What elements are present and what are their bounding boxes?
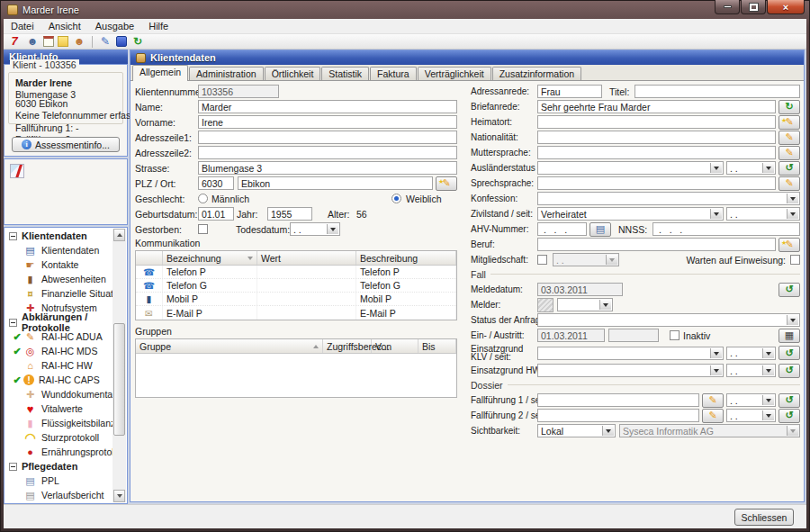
dropdown-arrow-icon[interactable] (787, 194, 798, 203)
tree-item-rai-hc-caps[interactable]: ✔ ! RAI-HC CAPS (5, 373, 112, 387)
mitgliedschaft-checkbox[interactable] (537, 255, 547, 265)
sign-pen-icon[interactable]: ✎ (98, 35, 112, 48)
maennlich-radio[interactable] (198, 194, 208, 203)
sprechsprache-edit-button[interactable]: ✎ (778, 176, 800, 191)
plz-field[interactable] (198, 176, 234, 190)
einsatzgrund-hw-dropdown[interactable] (537, 364, 724, 377)
tree-item-finanzielle-situation[interactable]: ¤ Finanzielle Situation (5, 286, 112, 301)
nnss-field[interactable] (652, 222, 800, 236)
melder-dropdown[interactable] (557, 298, 613, 311)
weiblich-radio[interactable] (392, 194, 401, 203)
fallfuehrung2-edit-button[interactable]: ✎ (702, 409, 724, 423)
organisation-button[interactable]: ▦ (778, 329, 800, 343)
einsatzgrund-hw-history-button[interactable]: ↺ (778, 364, 800, 378)
fallfuehrung1-edit-button[interactable]: ✎ (702, 393, 724, 408)
beschreibung-column-header[interactable]: Beschreibung (356, 251, 456, 265)
client-icon[interactable]: ☻ (25, 35, 40, 48)
inaktiv-checkbox[interactable] (670, 330, 680, 340)
status-anfrage-dropdown[interactable] (537, 313, 800, 327)
tab-allgemein[interactable]: Allgemein (132, 65, 188, 81)
menu-ansicht[interactable]: Ansicht (41, 19, 88, 33)
assessmentinfo-button[interactable]: i Assessmentinfo... (12, 137, 120, 152)
table-row[interactable]: ✉ E-Mail P E-Mail P (136, 306, 456, 320)
fallfuehrung1-field[interactable] (537, 393, 699, 407)
collapse-icon[interactable] (9, 463, 17, 471)
tree-item-kontakte[interactable]: ☛ Kontakte (5, 257, 112, 272)
note-icon[interactable] (58, 36, 68, 47)
ahv-lookup-button[interactable]: ▤ (590, 222, 611, 237)
tree-item-klientendaten[interactable]: ▤ Klientendaten (5, 243, 112, 257)
tree-item-ppl[interactable]: ▤ PPL (5, 473, 112, 488)
einsatzgrund-klv-history-button[interactable]: ↺ (778, 346, 800, 360)
zivilstand-dropdown[interactable]: Verheiratet (537, 207, 724, 221)
dropdown-arrow-icon[interactable] (787, 209, 798, 219)
auslaenderstatus-history-button[interactable]: ↺ (778, 161, 800, 176)
wert-column-header[interactable]: Wert (257, 251, 356, 265)
geburtsdatum-field[interactable] (198, 207, 234, 221)
icon-column-header[interactable] (136, 251, 163, 265)
meldedatum-history-button[interactable]: ↺ (778, 283, 800, 297)
tab-oertlichkeit[interactable]: Örtlichkeit (265, 67, 321, 80)
einsatzgrund-klv-dropdown[interactable] (537, 347, 724, 360)
adresszeile1-field[interactable] (198, 131, 457, 144)
dropdown-arrow-icon[interactable] (327, 224, 338, 234)
titel-field[interactable] (634, 85, 800, 98)
tab-zusatzinformation[interactable]: Zusatzinformation (492, 67, 581, 80)
muttersprache-edit-button[interactable]: ✎ (778, 146, 800, 160)
table-row[interactable]: ☎ Telefon P Telefon P (136, 266, 456, 279)
refresh-icon[interactable]: ↻ (130, 35, 145, 48)
dropdown-arrow-icon[interactable] (762, 410, 774, 420)
dropdown-arrow-icon[interactable] (710, 209, 722, 219)
close-window-button[interactable]: × (767, 0, 805, 14)
einsatzgrund-hw-seit-dropdown[interactable]: . . (726, 364, 776, 377)
titlebar[interactable]: Marder Irene × (0, 0, 810, 19)
auslaenderstatus-seit-dropdown[interactable]: . . (726, 161, 776, 175)
tree-item-sturzprotokoll[interactable]: ◠ Sturzprotokoll (5, 430, 112, 445)
tree-item-abwesenheiten[interactable]: ▮ Abwesenheiten (5, 272, 112, 286)
fallfuehrung1-history-button[interactable]: ↺ (778, 393, 800, 408)
fallfuehrung1-seit-dropdown[interactable]: . . (726, 393, 776, 407)
tree-item-ernaehrungsprotokoll[interactable]: ● Ernährungsprotokoll (5, 445, 112, 459)
minimize-button[interactable] (715, 0, 740, 14)
strasse-field[interactable] (198, 161, 457, 175)
fallfuehrung2-history-button[interactable]: ↺ (778, 409, 800, 423)
bezeichnung-column-header[interactable]: Bezeichnung (163, 251, 257, 265)
collapse-icon[interactable] (9, 232, 17, 240)
einsatzgrund-klv-seit-dropdown[interactable]: . . (726, 347, 776, 360)
sichtbarkeit-dropdown[interactable]: Lokal (537, 424, 616, 437)
ahv-nummer-field[interactable] (537, 222, 587, 236)
tab-faktura[interactable]: Faktura (370, 67, 417, 80)
scroll-up-icon[interactable] (113, 229, 125, 241)
dropdown-arrow-icon[interactable] (710, 163, 722, 173)
menu-hilfe[interactable]: Hilfe (141, 19, 176, 33)
tree-section-pflegedaten[interactable]: Pflegedaten (5, 459, 112, 473)
menu-ausgabe[interactable]: Ausgabe (88, 19, 141, 33)
tree-item-verlaufsbericht[interactable]: ▤ Verlaufsbericht (5, 488, 112, 502)
nationalitaet-field[interactable] (537, 131, 776, 144)
dropdown-arrow-icon[interactable] (762, 395, 774, 405)
von-column-header[interactable]: Von (372, 339, 418, 353)
tab-administration[interactable]: Administration (189, 67, 264, 80)
maximize-button[interactable] (741, 0, 766, 14)
table-row[interactable]: ☎ Telefon G Telefon G (136, 279, 456, 293)
tree-scrollbar[interactable] (112, 229, 126, 502)
adresszeile2-field[interactable] (198, 146, 457, 159)
calendar-edit-icon[interactable] (43, 36, 54, 47)
nationalitaet-edit-button[interactable]: ✎ (778, 131, 800, 145)
beruf-field[interactable] (537, 238, 776, 251)
dropdown-arrow-icon[interactable] (602, 426, 614, 436)
briefanrede-refresh-button[interactable]: ↻ (778, 100, 800, 114)
table-row[interactable]: ▮ Mobil P Mobil P (136, 293, 456, 306)
gruppe-column-header[interactable]: Gruppe (136, 339, 323, 353)
scrollbar-thumb[interactable] (113, 323, 125, 436)
contacts-icon[interactable]: ☻ (72, 35, 86, 48)
zugriff-column-header[interactable]: Zugriffsberec... (323, 339, 372, 353)
zivilstand-seit-dropdown[interactable]: . . (726, 207, 800, 221)
tree-item-rai-hc-adua[interactable]: ✔ ✎ RAI-HC ADUA (5, 329, 112, 344)
tab-vertraeglichkeit[interactable]: Verträglichkeit (418, 67, 491, 80)
gruppen-empty-body[interactable] (136, 354, 456, 397)
logo-icon[interactable]: 7 (7, 35, 22, 48)
dropdown-arrow-icon[interactable] (787, 315, 798, 325)
ort-lookup-button[interactable]: ★ ✎ (436, 176, 457, 191)
sprechsprache-field[interactable] (537, 176, 776, 190)
